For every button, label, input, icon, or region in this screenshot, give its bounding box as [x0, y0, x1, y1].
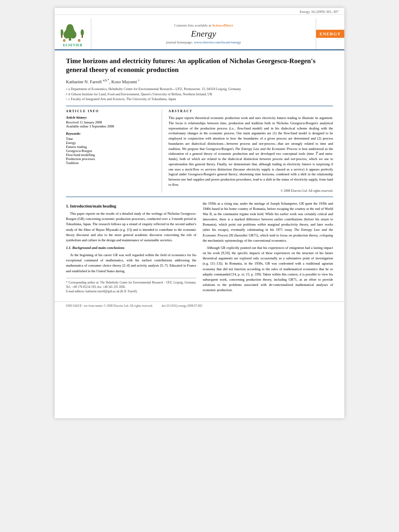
affiliation-a: aa Department of Economics, Helmholtz Ce…: [66, 86, 333, 92]
intro-para2: At the beginning of his career GR was we…: [66, 253, 196, 274]
abstract-col: ABSTRACT This paper reports theoretical …: [169, 109, 333, 193]
body-col-left: 1. Introduction/main heading This paper …: [66, 201, 196, 295]
elsevier-logo: 🦁 🦁 ELSEVIER: [55, 18, 91, 49]
energy-logo-right: ENERGY: [316, 18, 344, 49]
keywords-section: Keywords: Time Energy Futures trading Ge…: [66, 131, 158, 165]
subsection-heading: 1.1. Background and main conclusions: [66, 245, 196, 251]
article-info: ARTICLE INFO Article history: Received 1…: [66, 109, 162, 193]
affiliation-c: cc Faculty of Integrated Arts and Scienc…: [66, 97, 333, 102]
page: Energy 34 (2009) 301–307 🦁 🦁 ELSE: [55, 8, 344, 418]
energy-logo-box: ENERGY: [316, 30, 344, 38]
journal-reference: Energy 34 (2009) 301–307: [300, 10, 339, 14]
svg-text:🦁: 🦁: [78, 39, 81, 42]
article-title: Time horizons and electricity futures: A…: [66, 57, 333, 74]
article-info-abstract: ARTICLE INFO Article history: Received 1…: [66, 106, 333, 193]
elsevier-label: ELSEVIER: [63, 43, 82, 47]
history-label: Article history:: [66, 115, 158, 119]
footnote-email: E-mail address: katharine.farrell@qub.ac…: [66, 289, 196, 294]
available-date: Available online 3 September 2008: [66, 124, 158, 128]
abstract-text: This paper reports theoretical economic …: [169, 115, 333, 187]
keyword-6: Production processes: [66, 157, 158, 161]
journal-center: Contents lists available at ScienceDirec…: [91, 18, 316, 49]
right-para2: Although GR explicitly pointed out that …: [203, 245, 333, 293]
svg-point-4: [66, 24, 74, 33]
sciencedirect-link[interactable]: ScienceDirect: [212, 23, 233, 27]
journal-homepage-link[interactable]: www.elsevier.com/locate/energy: [194, 40, 241, 44]
doi-text: doi:10.1016/j.energy.2008.07.002: [162, 304, 202, 308]
journal-title: Energy: [191, 29, 216, 39]
body-columns: 1. Introduction/main heading This paper …: [66, 201, 333, 295]
right-para1: the 1930s as a rising star, under the tu…: [203, 201, 333, 243]
journal-header: 🦁 🦁 ELSEVIER Contents lists available at…: [55, 15, 344, 50]
received-date: Received 11 January 2008: [66, 120, 158, 124]
keyword-3: Futures trading: [66, 145, 158, 149]
copyright: © 2008 Elsevier Ltd. All rights reserved…: [169, 189, 333, 193]
sciencedirect-line: Contents lists available at ScienceDirec…: [174, 23, 233, 27]
keyword-5: Flow/fund modelling: [66, 153, 158, 157]
affiliation-b: bb Gibson Institute for Land, Food and E…: [66, 92, 333, 97]
body-col-right: the 1930s as a rising star, under the tu…: [203, 201, 333, 295]
intro-para1: This paper reports on the results of a d…: [66, 211, 196, 243]
article-body: Time horizons and electricity futures: A…: [55, 50, 344, 302]
keywords-label: Keywords:: [66, 131, 158, 136]
svg-point-6: [61, 29, 64, 36]
issn-text: 0360-5442/$ - see front matter © 2008 El…: [66, 304, 153, 308]
abstract-title: ABSTRACT: [169, 109, 333, 113]
keyword-7: Tradition: [66, 161, 158, 165]
footnote-section: * Corresponding author at: The Helmholtz…: [66, 278, 196, 294]
journal-homepage: journal homepage: www.elsevier.com/locat…: [166, 40, 241, 44]
footnote-corresponding: * Corresponding author at: The Helmholtz…: [66, 280, 196, 290]
keyword-2: Energy: [66, 141, 158, 145]
section-divider: [66, 197, 333, 197]
keyword-4: Georgescu-Roegen: [66, 149, 158, 153]
authors: Katharine N. Farrell a,b,*, Kozo Mayumi …: [66, 78, 333, 84]
intro-heading: 1. Introduction/main heading: [66, 203, 196, 210]
svg-text:🦁: 🦁: [63, 39, 66, 42]
affiliations: aa Department of Economics, Helmholtz Ce…: [66, 86, 333, 102]
doi-bar: 0360-5442/$ - see front matter © 2008 El…: [55, 302, 344, 310]
svg-point-8: [81, 29, 84, 36]
keyword-1: Time: [66, 137, 158, 141]
journal-ref-bar: Energy 34 (2009) 301–307: [55, 8, 344, 15]
article-info-title: ARTICLE INFO: [66, 109, 158, 113]
